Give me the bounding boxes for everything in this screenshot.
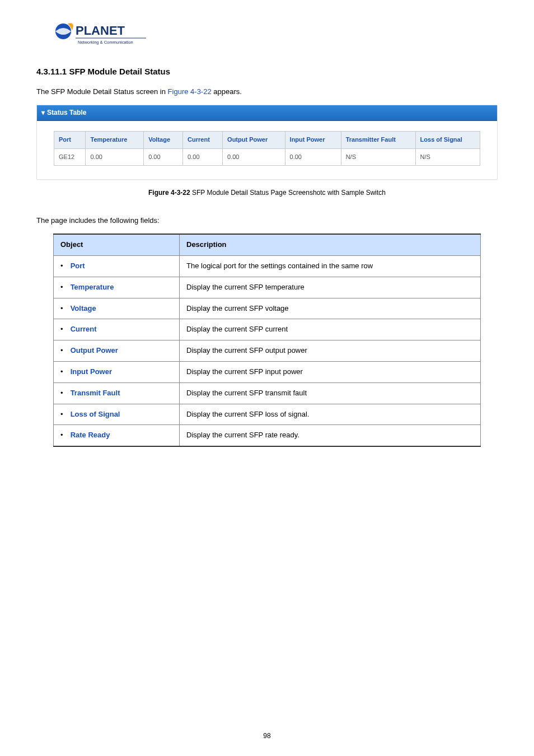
col-loss-of-signal: Loss of Signal <box>415 131 480 148</box>
status-header-row: Port Temperature Voltage Current Output … <box>54 131 480 148</box>
desc-row: • PortThe logical port for the settings … <box>54 255 481 277</box>
object-name: Port <box>71 262 85 270</box>
bullet-icon: • <box>60 260 68 272</box>
col-transmitter-fault: Transmitter Fault <box>341 131 415 148</box>
object-description: Display the current SFP input power <box>180 361 481 382</box>
cell-transmitter-fault: N/S <box>341 148 415 166</box>
col-port: Port <box>54 131 86 148</box>
object-name: Current <box>71 325 97 333</box>
description-table: Object Description • PortThe logical por… <box>53 234 481 447</box>
desc-row: • Output PowerDisplay the current SFP ou… <box>54 340 481 362</box>
object-description: Display the current SFP transmit fault <box>180 382 481 404</box>
brand-logo: PLANET Networking & Communication <box>53 19 498 52</box>
desc-row: • Input PowerDisplay the current SFP inp… <box>54 361 481 382</box>
chevron-down-icon: ▾ <box>41 108 45 118</box>
desc-row: • Loss of SignalDisplay the current SFP … <box>54 404 481 425</box>
status-table: Port Temperature Voltage Current Output … <box>54 131 480 166</box>
cell-input-power: 0.00 <box>285 148 341 166</box>
object-name: Transmit Fault <box>71 389 120 397</box>
bullet-icon: • <box>60 345 68 357</box>
intro-text-after: appears. <box>212 87 242 96</box>
desc-row: • Transmit FaultDisplay the current SFP … <box>54 382 481 404</box>
object-name: Temperature <box>71 283 114 291</box>
desc-row: • TemperatureDisplay the current SFP tem… <box>54 277 481 298</box>
object-name: Output Power <box>71 346 118 354</box>
panel-title: Status Table <box>47 109 86 116</box>
header-object: Object <box>54 234 180 255</box>
object-name: Rate Ready <box>71 431 110 439</box>
fields-intro: The page includes the following fields: <box>36 215 498 227</box>
page-number: 98 <box>0 731 534 741</box>
object-description: The logical port for the settings contai… <box>180 255 481 277</box>
bullet-icon: • <box>60 409 68 421</box>
cell-temperature: 0.00 <box>86 148 144 166</box>
bullet-icon: • <box>60 282 68 293</box>
object-description: Display the current SFP current <box>180 319 481 340</box>
desc-row: • VoltageDisplay the current SFP voltage <box>54 298 481 319</box>
brand-tagline: Networking & Communication <box>78 40 133 45</box>
intro-text-before: The SFP Module Detail Status screen in <box>36 87 168 96</box>
figure-caption-text: SFP Module Detail Status Page Screenshot… <box>190 189 386 197</box>
header-description: Description <box>180 234 481 255</box>
section-heading: 4.3.11.1 SFP Module Detail Status <box>36 65 498 78</box>
object-description: Display the current SFP loss of signal. <box>180 404 481 425</box>
desc-row: • CurrentDisplay the current SFP current <box>54 319 481 340</box>
object-description: Display the current SFP rate ready. <box>180 425 481 446</box>
brand-name: PLANET <box>76 24 125 38</box>
status-table-screenshot: ▾Status Table Port Temperature Voltage C… <box>36 105 498 180</box>
intro-paragraph: The SFP Module Detail Status screen in F… <box>36 86 498 98</box>
bullet-icon: • <box>60 303 68 315</box>
object-name: Input Power <box>71 367 112 376</box>
panel-header[interactable]: ▾Status Table <box>37 105 497 121</box>
bullet-icon: • <box>60 430 68 441</box>
bullet-icon: • <box>60 324 68 335</box>
object-name: Loss of Signal <box>71 410 120 418</box>
object-name: Voltage <box>71 304 96 312</box>
object-description: Display the current SFP voltage <box>180 298 481 319</box>
desc-row: • Rate ReadyDisplay the current SFP rate… <box>54 425 481 446</box>
figure-cross-reference[interactable]: Figure 4-3-22 <box>168 87 212 96</box>
col-temperature: Temperature <box>86 131 144 148</box>
status-row: GE12 0.00 0.00 0.00 0.00 0.00 N/S N/S <box>54 148 480 166</box>
figure-label: Figure 4-3-22 <box>148 189 190 197</box>
cell-current: 0.00 <box>183 148 223 166</box>
cell-voltage: 0.00 <box>144 148 183 166</box>
bullet-icon: • <box>60 388 68 399</box>
col-current: Current <box>183 131 223 148</box>
object-description: Display the current SFP temperature <box>180 277 481 298</box>
object-description: Display the current SFP output power <box>180 340 481 362</box>
cell-port: GE12 <box>54 148 86 166</box>
figure-caption: Figure 4-3-22 SFP Module Detail Status P… <box>36 188 498 198</box>
cell-loss-of-signal: N/S <box>415 148 480 166</box>
cell-output-power: 0.00 <box>223 148 285 166</box>
col-output-power: Output Power <box>223 131 285 148</box>
bullet-icon: • <box>60 366 68 378</box>
col-voltage: Voltage <box>144 131 183 148</box>
col-input-power: Input Power <box>285 131 341 148</box>
